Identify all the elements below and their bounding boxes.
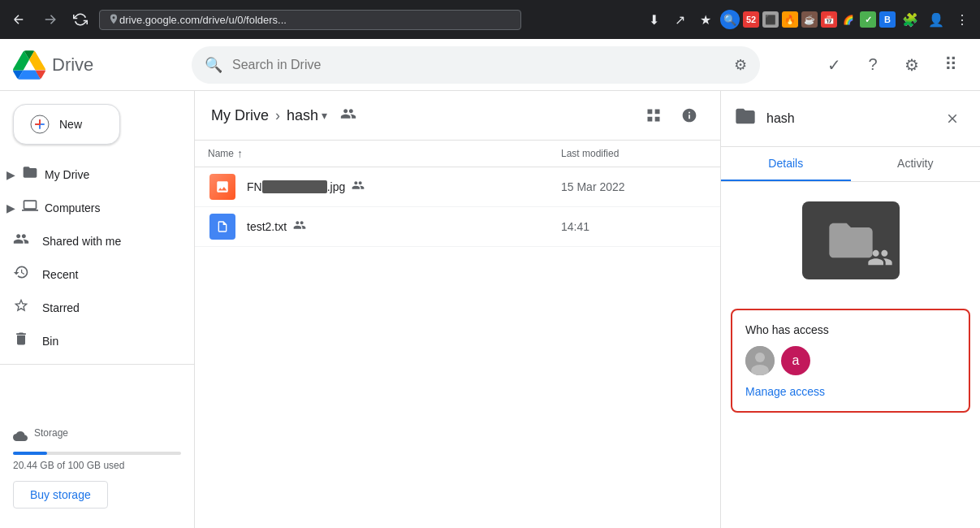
app-title: Drive (52, 54, 93, 76)
person-overlay-icon (867, 245, 893, 270)
name-header-text: Name (208, 148, 234, 159)
share-people-icon (293, 219, 306, 235)
profile-icon[interactable]: 👤 (925, 8, 948, 31)
settings-icon[interactable]: ⚙ (896, 49, 928, 81)
detail-tabs: Details Activity (721, 147, 980, 182)
recent-icon (13, 264, 29, 284)
search-box[interactable]: 🔍 ⚙ (192, 46, 760, 84)
sidebar-item-shared[interactable]: Shared with me (0, 224, 181, 258)
tab-activity[interactable]: Activity (851, 147, 981, 181)
table-row[interactable]: FN .jpg 15 Mar 2022 (195, 167, 720, 207)
breadcrumb-dropdown-button[interactable]: ▾ (322, 109, 327, 122)
breadcrumb-chevron-icon: › (275, 107, 280, 124)
detail-folder-icon (734, 105, 757, 133)
chevron-icon: ▶ (6, 168, 15, 181)
my-drive-label: My Drive (45, 168, 89, 181)
who-has-access-section: Who has access a Manage access (731, 309, 970, 413)
file-type-icon (208, 172, 237, 201)
forward-button[interactable] (37, 7, 62, 32)
sidebar-item-recent[interactable]: Recent (0, 258, 181, 291)
folder-preview (721, 182, 980, 299)
ext-gray: ⬛ (762, 11, 779, 28)
sidebar-item-computers[interactable]: ▶ Computers (0, 191, 181, 224)
buy-storage-button[interactable]: Buy storage (13, 481, 108, 509)
detail-panel: hash Details Activity (720, 91, 980, 528)
search-filter-icon[interactable]: ⚙ (734, 56, 747, 74)
file-list: FN .jpg 15 Mar 2022 (195, 167, 720, 528)
drive-icon (22, 164, 38, 184)
new-button[interactable]: New (13, 104, 120, 145)
detail-close-button[interactable] (938, 104, 967, 133)
search-icon: 🔍 (205, 56, 222, 74)
recent-label: Recent (42, 268, 78, 281)
extensions-puzzle-icon[interactable]: 🧩 (899, 8, 922, 31)
computers-label: Computers (45, 201, 100, 214)
sidebar-item-starred[interactable]: Starred (0, 291, 181, 324)
main-content: My Drive › hash ▾ (195, 91, 720, 528)
bookmark-icon[interactable]: ★ (694, 8, 717, 31)
computer-icon (22, 197, 38, 218)
grid-view-button[interactable] (639, 101, 668, 130)
file-name: test2.txt (247, 220, 287, 233)
breadcrumb-current-text: hash (287, 107, 318, 124)
ext-blue: B (879, 11, 896, 28)
info-button[interactable] (675, 101, 704, 130)
ext-orange: 🔥 (782, 11, 798, 28)
storage-used-text: 20.44 GB of 100 GB used (13, 460, 181, 471)
browser-chrome: drive.google.com/drive/u/0/folders... ⬇ … (0, 0, 980, 39)
table-row[interactable]: test2.txt 14:41 (195, 207, 720, 247)
new-button-label: New (59, 118, 82, 131)
storage-bar (13, 452, 181, 455)
app-body: New ▶ My Drive ▶ Computers S (0, 91, 980, 528)
svg-point-2 (755, 353, 765, 362)
file-name: FN .jpg (247, 180, 345, 193)
access-avatars: a (745, 346, 956, 375)
apps-icon[interactable]: ⠿ (935, 49, 967, 81)
file-modified: 14:41 (561, 220, 707, 233)
share-tab-icon[interactable]: ↗ (668, 8, 691, 31)
file-type-icon (208, 212, 237, 241)
reload-button[interactable] (68, 7, 93, 32)
tab-details[interactable]: Details (721, 147, 851, 181)
detail-header: hash (721, 91, 980, 147)
starred-label: Starred (42, 301, 80, 314)
folder-thumbnail (802, 201, 900, 279)
ext-multi: 🌈 (840, 11, 857, 28)
manage-access-button[interactable]: Manage access (745, 385, 825, 398)
file-modified: 15 Mar 2022 (561, 180, 707, 193)
avatar (745, 346, 775, 375)
breadcrumb-parent[interactable]: My Drive (211, 107, 269, 124)
sidebar-item-bin[interactable]: Bin (0, 324, 181, 357)
star-icon (13, 297, 29, 318)
shared-icon (13, 231, 29, 251)
logo-area: Drive (13, 49, 192, 81)
trash-icon (13, 331, 29, 351)
app-header: Drive 🔍 ⚙ ✓ ? ⚙ ⠿ (0, 39, 980, 91)
file-name-area: FN .jpg (247, 179, 561, 195)
plus-icon (30, 115, 50, 134)
help-icon[interactable]: ? (857, 49, 889, 81)
url-display: drive.google.com/drive/u/0/folders... (119, 14, 512, 26)
drive-logo-icon (13, 49, 45, 81)
help-status-icon[interactable]: ✓ (818, 49, 850, 81)
search-input[interactable] (232, 58, 724, 72)
sidebar-item-my-drive[interactable]: ▶ My Drive (0, 158, 181, 191)
share-folder-button[interactable] (340, 106, 356, 126)
download-icon[interactable]: ⬇ (642, 8, 665, 31)
back-button[interactable] (6, 7, 31, 32)
name-column-header[interactable]: Name ↑ (208, 147, 561, 160)
image-icon (209, 174, 235, 200)
cloud-icon (13, 429, 28, 444)
ext-brown: ☕ (801, 11, 818, 28)
address-bar[interactable]: drive.google.com/drive/u/0/folders... (99, 10, 521, 30)
search-ext-icon[interactable]: 🔍 (720, 10, 740, 29)
app-container: Drive 🔍 ⚙ ✓ ? ⚙ ⠿ New (0, 39, 980, 528)
shared-label: Shared with me (42, 235, 121, 248)
sidebar: New ▶ My Drive ▶ Computers S (0, 91, 195, 528)
ext-red: 52 (743, 11, 759, 28)
modified-column-header: Last modified (561, 148, 707, 159)
avatar: a (781, 346, 810, 375)
customize-icon[interactable]: ⋮ (951, 8, 974, 31)
chevron-icon: ▶ (6, 201, 15, 214)
file-name-area: test2.txt (247, 219, 561, 235)
